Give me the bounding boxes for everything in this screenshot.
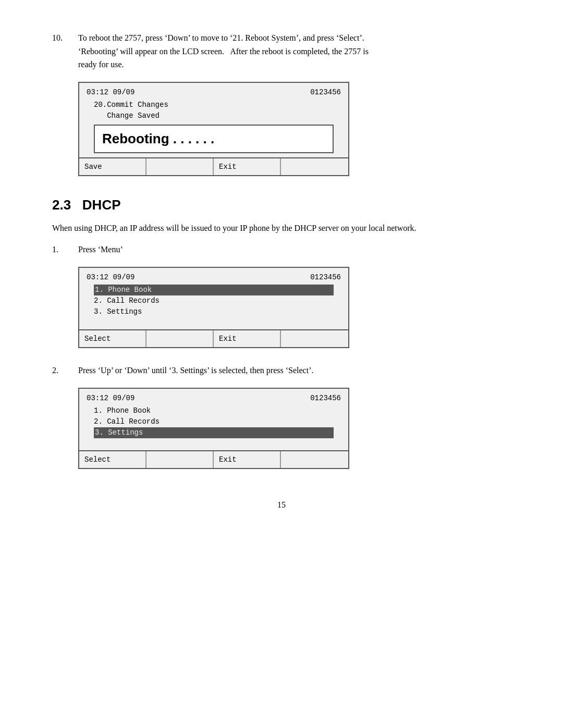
lcd3-btn3: Exit [214,451,281,468]
lcd2-number: 0123456 [310,273,341,281]
step-10-line3: ready for use. [78,58,511,71]
lcd1-btn2 [146,158,214,175]
lcd2-btn3: Exit [214,330,281,347]
lcd3-line3: 3. Settings [94,427,334,438]
lcd-screen-1: 03:12 09/09 0123456 20.Commit Changes Ch… [78,82,349,176]
lcd3-number: 0123456 [310,394,341,402]
lcd-screen-3: 03:12 09/09 0123456 1. Phone Book 2. Cal… [78,388,349,469]
lcd1-rebooting-text: Rebooting . . . . . . [102,131,214,146]
lcd1-time: 03:12 09/09 [87,88,134,96]
lcd2-btn4 [281,330,348,347]
section-heading: 2.3 DHCP [52,197,511,213]
step-10-line2: ‘Rebooting’ will appear on the LCD scree… [78,45,511,58]
lcd3-btn4 [281,451,348,468]
lcd2-line1: 1. Phone Book [94,285,334,295]
lcd2-buttons: Select Exit [79,329,348,347]
lcd1-btn3: Exit [214,158,281,175]
lcd2-spacer [94,317,334,328]
lcd2-btn1: Select [79,330,146,347]
step-1-text: Press ‘Menu’ [78,243,511,256]
step-10-line1: To reboot the 2757, press ‘Down’ to move… [78,31,511,45]
lcd1-buttons: Save Exit [79,157,348,175]
lcd3-btn2 [146,451,214,468]
lcd1-line1: 20.Commit Changes [94,100,334,110]
lcd3-spacer [94,438,334,449]
lcd3-time: 03:12 09/09 [87,394,134,402]
lcd3-btn1: Select [79,451,146,468]
lcd2-time: 03:12 09/09 [87,273,134,281]
lcd-screen-2: 03:12 09/09 0123456 1. Phone Book 2. Cal… [78,267,349,348]
step-1-number: 1. [52,243,78,256]
page-number: 15 [52,500,511,510]
lcd2-btn2 [146,330,214,347]
section-title: DHCP [82,197,121,213]
section-number: 2.3 [52,197,71,213]
lcd2-line2: 2. Call Records [94,295,334,306]
step-2: 2. Press ‘Up’ or ‘Down’ until ‘3. Settin… [52,364,511,377]
lcd1-rebooting-area: Rebooting . . . . . . [94,125,334,153]
lcd1-btn1: Save [79,158,146,175]
step-2-number: 2. [52,364,78,377]
lcd3-line1: 1. Phone Book [94,405,334,416]
lcd3-buttons: Select Exit [79,450,348,468]
lcd3-line2: 2. Call Records [94,416,334,427]
step-10: 10. To reboot the 2757, press ‘Down’ to … [52,31,511,71]
lcd1-number: 0123456 [310,88,341,96]
lcd1-line2: Change Saved [94,110,334,121]
step-2-text: Press ‘Up’ or ‘Down’ until ‘3. Settings’… [78,364,511,377]
lcd2-line3: 3. Settings [94,306,334,317]
dhcp-intro: When using DHCP, an IP address will be i… [52,221,511,235]
step-1: 1. Press ‘Menu’ [52,243,511,256]
step-10-number: 10. [52,31,78,71]
lcd1-btn4 [281,158,348,175]
